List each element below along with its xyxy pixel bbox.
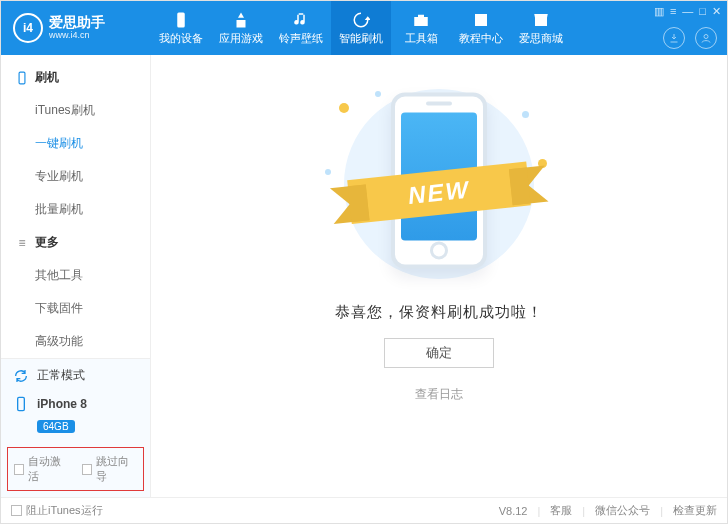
sidebar-item-other-tools[interactable]: 其他工具 [1, 259, 150, 292]
minimize-icon[interactable]: ― [682, 5, 693, 18]
brand-title: 爱思助手 [49, 15, 105, 30]
refresh-icon [13, 368, 29, 384]
footer: 阻止iTunes运行 V8.12 | 客服 | 微信公众号 | 检查更新 [1, 497, 727, 523]
menu-icon[interactable]: ≡ [670, 5, 676, 18]
sidebar-item-batch-flash[interactable]: 批量刷机 [1, 193, 150, 226]
storage-badge: 64GB [37, 420, 75, 433]
svg-rect-3 [18, 397, 25, 410]
sidebar-head-flash: 刷机 [1, 61, 150, 94]
check-block-itunes[interactable]: 阻止iTunes运行 [11, 503, 103, 518]
phone-icon [15, 71, 29, 85]
check-auto-activate[interactable]: 自动激活 [14, 454, 70, 484]
nav-store[interactable]: 爱思商城 [511, 1, 571, 55]
main-content: NEW 恭喜您，保资料刷机成功啦！ 确定 查看日志 [151, 55, 727, 497]
tshirt-icon[interactable]: ▥ [654, 5, 664, 18]
nav-tutorial[interactable]: 教程中心 [451, 1, 511, 55]
top-nav: 我的设备 应用游戏 铃声壁纸 智能刷机 工具箱 教程中心 爱思商城 [151, 1, 571, 55]
version-label: V8.12 [499, 505, 528, 517]
nav-my-device[interactable]: 我的设备 [151, 1, 211, 55]
sidebar-item-itunes-flash[interactable]: iTunes刷机 [1, 94, 150, 127]
brand-logo-icon: i4 [13, 13, 43, 43]
header-right-icons [663, 27, 717, 49]
footer-wechat[interactable]: 微信公众号 [595, 503, 650, 518]
sidebar: 刷机 iTunes刷机 一键刷机 专业刷机 批量刷机 ≡ 更多 其他工具 下载固… [1, 55, 151, 497]
sidebar-item-download-fw[interactable]: 下载固件 [1, 292, 150, 325]
device-model-label: iPhone 8 [37, 397, 138, 411]
footer-update[interactable]: 检查更新 [673, 503, 717, 518]
body: 刷机 iTunes刷机 一键刷机 专业刷机 批量刷机 ≡ 更多 其他工具 下载固… [1, 55, 727, 497]
maximize-icon[interactable]: □ [699, 5, 706, 18]
footer-service[interactable]: 客服 [550, 503, 572, 518]
nav-flash[interactable]: 智能刷机 [331, 1, 391, 55]
brand-subtitle: www.i4.cn [49, 31, 105, 41]
check-skip-wizard[interactable]: 跳过向导 [82, 454, 138, 484]
phone-small-icon [13, 396, 29, 412]
view-log-link[interactable]: 查看日志 [415, 386, 463, 403]
nav-toolbox[interactable]: 工具箱 [391, 1, 451, 55]
device-mode-label: 正常模式 [37, 367, 138, 384]
sidebar-item-pro-flash[interactable]: 专业刷机 [1, 160, 150, 193]
header: i4 爱思助手 www.i4.cn 我的设备 应用游戏 铃声壁纸 智能刷机 工具… [1, 1, 727, 55]
success-illustration: NEW [319, 89, 559, 279]
nav-apps[interactable]: 应用游戏 [211, 1, 271, 55]
app-window: i4 爱思助手 www.i4.cn 我的设备 应用游戏 铃声壁纸 智能刷机 工具… [0, 0, 728, 524]
sidebar-head-more: ≡ 更多 [1, 226, 150, 259]
window-controls: ▥ ≡ ― □ ✕ [654, 5, 721, 18]
device-model-row[interactable]: iPhone 8 64GB [1, 392, 150, 441]
svg-point-1 [704, 35, 708, 39]
highlight-checks: 自动激活 跳过向导 [7, 447, 144, 491]
svg-rect-2 [19, 72, 25, 84]
device-mode-row[interactable]: 正常模式 [1, 359, 150, 392]
download-icon[interactable] [663, 27, 685, 49]
more-icon: ≡ [15, 236, 29, 250]
close-icon[interactable]: ✕ [712, 5, 721, 18]
brand: i4 爱思助手 www.i4.cn [1, 13, 151, 43]
ok-button[interactable]: 确定 [384, 338, 494, 368]
nav-ringtone[interactable]: 铃声壁纸 [271, 1, 331, 55]
success-message: 恭喜您，保资料刷机成功啦！ [335, 303, 543, 322]
sidebar-item-onekey-flash[interactable]: 一键刷机 [1, 127, 150, 160]
user-icon[interactable] [695, 27, 717, 49]
sidebar-item-advanced[interactable]: 高级功能 [1, 325, 150, 358]
svg-rect-0 [177, 12, 185, 27]
device-panel: 正常模式 iPhone 8 64GB 自动激活 跳过向导 [1, 358, 150, 497]
